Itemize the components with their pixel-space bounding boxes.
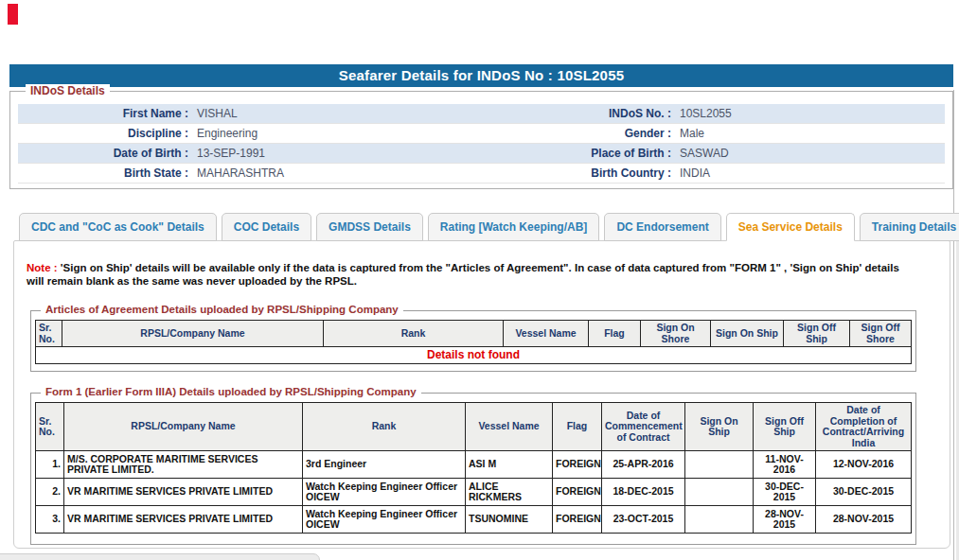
cell-flag: FOREIGN bbox=[553, 506, 602, 534]
cell-vessel: ASI M bbox=[466, 451, 553, 479]
form1-details-table: Sr. No. RPSL/Company Name Rank Vessel Na… bbox=[35, 402, 912, 534]
cell-rank: Watch Keeping Engineer Officer OICEW bbox=[303, 506, 466, 534]
column-header: Vessel Name bbox=[466, 403, 553, 451]
cell-rank: 3rd Engineer bbox=[303, 451, 466, 479]
details-not-found-message: Details not found bbox=[36, 347, 912, 364]
detail-row: Discipline :Engineering Gender :Male bbox=[18, 124, 945, 144]
field-label: First Name : bbox=[18, 107, 188, 120]
cell-vessel: TSUNOMINE bbox=[466, 506, 553, 534]
tab-coc-details[interactable]: COC Details bbox=[222, 213, 311, 241]
form1-details-legend: Form 1 (Earlier Form IIIA) Details uploa… bbox=[41, 386, 421, 397]
cell-completion-date: 30-DEC-2015 bbox=[816, 479, 912, 506]
field-value: INDIA bbox=[671, 166, 710, 180]
articles-of-agreement-legend: Articles of Agreement Details uploaded b… bbox=[41, 304, 403, 315]
table-header-row: Sr. No. RPSL/Company Name Rank Vessel Na… bbox=[36, 403, 912, 451]
field-value: Engineering bbox=[188, 127, 258, 140]
cell-company: VR MARITIME SERVICES PRIVATE LIMITED bbox=[64, 479, 303, 506]
column-header: Sign On Ship bbox=[685, 403, 754, 451]
column-header: Vessel Name bbox=[504, 321, 589, 347]
table-row: 3. VR MARITIME SERVICES PRIVATE LIMITED … bbox=[36, 506, 912, 534]
field-label: Birth Country : bbox=[471, 166, 671, 180]
column-header: RPSL/Company Name bbox=[64, 403, 303, 451]
cell-sign-on-ship bbox=[685, 506, 754, 534]
note-text: Note : 'Sign on Ship' details will be av… bbox=[27, 261, 910, 288]
column-header: Sr. No. bbox=[36, 321, 62, 347]
field-value: 13-SEP-1991 bbox=[188, 147, 265, 160]
cell-sign-on-ship bbox=[685, 451, 754, 479]
cell-completion-date: 12-NOV-2016 bbox=[816, 451, 912, 479]
field-label: Place of Birth : bbox=[471, 147, 671, 160]
field-value: Male bbox=[671, 127, 704, 140]
tab-training-details[interactable]: Training Details bbox=[860, 213, 959, 241]
cell-company: M/S. CORPORATE MARITIME SERVICES PRIVATE… bbox=[64, 451, 303, 479]
indos-details-legend: INDoS Details bbox=[26, 84, 110, 97]
column-header: Date of Commencement of Contract bbox=[602, 403, 685, 451]
sea-service-details-panel: Note : 'Sign on Ship' details will be av… bbox=[13, 240, 950, 549]
note-label: Note : bbox=[27, 262, 58, 273]
page-right-border bbox=[953, 90, 954, 560]
column-header: Sign Off Ship bbox=[754, 403, 816, 451]
cell-company: VR MARITIME SERVICES PRIVATE LIMITED bbox=[64, 506, 303, 534]
detail-row: Date of Birth :13-SEP-1991 Place of Birt… bbox=[18, 144, 945, 164]
table-row: 1. M/S. CORPORATE MARITIME SERVICES PRIV… bbox=[36, 451, 912, 479]
field-label: Gender : bbox=[471, 127, 671, 140]
cell-sign-off-ship: 30-DEC-2015 bbox=[754, 479, 816, 506]
field-value: MAHARASHTRA bbox=[188, 166, 284, 180]
table-row: 2. VR MARITIME SERVICES PRIVATE LIMITED … bbox=[36, 479, 912, 506]
page-title: Seafarer Details for INDoS No : 10SL2055 bbox=[9, 64, 953, 87]
table-header-row: Sr. No. RPSL/Company Name Rank Vessel Na… bbox=[36, 321, 912, 347]
bottom-panel-edge bbox=[0, 553, 320, 560]
detail-row: Birth State :MAHARASHTRA Birth Country :… bbox=[18, 164, 945, 184]
column-header: Sign On Shore bbox=[641, 321, 711, 347]
cell-commencement-date: 23-OCT-2015 bbox=[602, 506, 685, 534]
cell-sr-no: 1. bbox=[36, 451, 64, 479]
broken-image-icon bbox=[8, 4, 18, 25]
indos-details-fieldset: INDoS Details First Name :VISHAL INDoS N… bbox=[9, 91, 953, 189]
field-label: Date of Birth : bbox=[18, 147, 188, 160]
column-header: Date of Completion of Contract/Arriving … bbox=[816, 403, 912, 451]
field-value: VISHAL bbox=[188, 107, 238, 120]
cell-sign-off-ship: 11-NOV-2016 bbox=[754, 451, 816, 479]
field-value: 10SL2055 bbox=[671, 107, 732, 120]
cell-vessel: ALICE RICKMERS bbox=[466, 479, 553, 506]
tab-gmdss-details[interactable]: GMDSS Details bbox=[316, 213, 423, 241]
form1-details-fieldset: Form 1 (Earlier Form IIIA) Details uploa… bbox=[30, 393, 916, 545]
column-header: Sign Off Shore bbox=[850, 321, 912, 347]
column-header: Sign Off Ship bbox=[784, 321, 850, 347]
cell-sign-off-ship: 28-NOV-2015 bbox=[754, 506, 816, 534]
column-header: Sr. No. bbox=[36, 403, 64, 451]
indos-details-rows: First Name :VISHAL INDoS No. :10SL2055 D… bbox=[18, 104, 945, 184]
cell-completion-date: 28-NOV-2015 bbox=[816, 506, 912, 534]
field-label: INDoS No. : bbox=[471, 107, 671, 120]
cell-flag: FOREIGN bbox=[553, 479, 602, 506]
tab-cdc-coc-as-cook-details[interactable]: CDC and "CoC as Cook" Details bbox=[19, 213, 217, 241]
tab-sea-service-details[interactable]: Sea Service Details bbox=[726, 213, 855, 241]
column-header: RPSL/Company Name bbox=[62, 321, 324, 347]
cell-rank: Watch Keeping Engineer Officer OICEW bbox=[303, 479, 466, 506]
tab-rating-watch-keeping-ab[interactable]: Rating [Watch Keeping/AB] bbox=[428, 213, 600, 241]
articles-of-agreement-table: Sr. No. RPSL/Company Name Rank Vessel Na… bbox=[35, 320, 912, 364]
field-label: Discipline : bbox=[18, 127, 188, 140]
column-header: Flag bbox=[553, 403, 602, 451]
cell-flag: FOREIGN bbox=[553, 451, 602, 479]
detail-row: First Name :VISHAL INDoS No. :10SL2055 bbox=[18, 104, 945, 124]
cell-sr-no: 2. bbox=[36, 479, 64, 506]
note-body: 'Sign on Ship' details will be available… bbox=[27, 262, 899, 287]
column-header: Rank bbox=[303, 403, 466, 451]
column-header: Sign On Ship bbox=[711, 321, 784, 347]
tab-dc-endorsement[interactable]: DC Endorsement bbox=[604, 213, 720, 241]
cell-sign-on-ship bbox=[685, 479, 754, 506]
cell-sr-no: 3. bbox=[36, 506, 64, 534]
cell-commencement-date: 25-APR-2016 bbox=[602, 451, 685, 479]
field-value: SASWAD bbox=[671, 147, 729, 160]
field-label: Birth State : bbox=[18, 166, 188, 180]
tab-bar: CDC and "CoC as Cook" Details COC Detail… bbox=[19, 213, 959, 241]
column-header: Rank bbox=[324, 321, 504, 347]
empty-results-row: Details not found bbox=[36, 347, 912, 364]
column-header: Flag bbox=[589, 321, 641, 347]
articles-of-agreement-fieldset: Articles of Agreement Details uploaded b… bbox=[30, 310, 916, 372]
cell-commencement-date: 18-DEC-2015 bbox=[602, 479, 685, 506]
